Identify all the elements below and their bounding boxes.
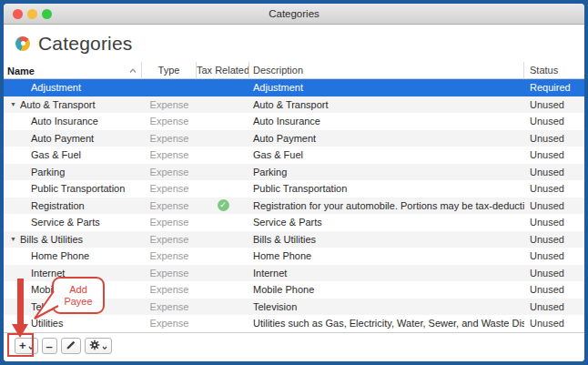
table-row[interactable]: ParkingExpenseParkingUnused xyxy=(4,164,584,181)
category-name-label: Parking xyxy=(31,167,65,177)
category-name: Public Transportation xyxy=(4,183,142,194)
page-header: Categories xyxy=(4,25,584,62)
column-header-description[interactable]: Description xyxy=(249,62,524,79)
page-title: Categories xyxy=(38,33,133,55)
chevron-down-icon xyxy=(102,346,107,350)
screenshot-frame: Categories Categories Name Type Tax Rela… xyxy=(0,0,588,365)
category-name: Home Phone xyxy=(4,250,142,261)
category-description: Auto Payment xyxy=(249,133,524,144)
category-name: Service & Parts xyxy=(4,217,142,228)
table-row[interactable]: UtilitiesExpenseUtilities such as Gas, E… xyxy=(4,315,584,332)
annotation-highlight-box xyxy=(7,333,34,357)
category-description: Utilities such as Gas, Electricity, Wate… xyxy=(249,318,524,329)
category-status: Unused xyxy=(524,183,584,194)
category-name-label: Bills & Utilities xyxy=(20,234,83,245)
toolbar-buttons: +– xyxy=(15,338,584,354)
minus-icon: – xyxy=(46,340,53,353)
category-status: Unused xyxy=(524,284,584,295)
category-name: Registration xyxy=(4,200,142,211)
sort-ascending-icon xyxy=(129,68,137,74)
category-type: Expense xyxy=(142,284,197,295)
annotation-arrow xyxy=(17,279,24,325)
category-name: Auto Payment xyxy=(4,133,142,144)
category-name-label: Auto Insurance xyxy=(31,116,98,127)
category-description: Service & Parts xyxy=(249,217,524,228)
category-type: Expense xyxy=(142,149,197,160)
table-row[interactable]: Home PhoneExpenseHome PhoneUnused xyxy=(4,248,584,265)
category-status: Unused xyxy=(524,268,584,279)
category-name: ▼Bills & Utilities xyxy=(4,234,142,245)
category-name-label: Gas & Fuel xyxy=(31,149,81,160)
category-description: Gas & Fuel xyxy=(249,149,524,160)
disclosure-triangle-icon[interactable]: ▼ xyxy=(10,236,16,242)
table-row[interactable]: Auto PaymentExpenseAuto PaymentUnused xyxy=(4,130,584,147)
category-type: Expense xyxy=(142,167,197,177)
category-type: Expense xyxy=(142,133,197,144)
category-type: Expense xyxy=(142,217,197,228)
category-description: Bills & Utilities xyxy=(249,234,524,245)
category-description: Public Transportation xyxy=(249,183,524,194)
category-name-label: Public Transportation xyxy=(31,183,125,194)
category-name: Parking xyxy=(4,167,142,177)
category-description: Home Phone xyxy=(249,250,524,261)
category-name: Gas & Fuel xyxy=(4,149,142,160)
category-name-label: Adjustment xyxy=(31,82,81,93)
category-status: Unused xyxy=(524,301,584,312)
category-type: Expense xyxy=(142,200,197,211)
category-status: Unused xyxy=(524,234,584,245)
disclosure-triangle-icon[interactable]: ▼ xyxy=(10,101,16,107)
category-name-label: Auto Payment xyxy=(31,133,94,144)
category-status: Unused xyxy=(524,149,584,160)
category-name-label: Home Phone xyxy=(31,250,89,261)
category-name-label: Registration xyxy=(31,200,85,211)
window-title: Categories xyxy=(4,4,584,25)
category-type: Expense xyxy=(142,183,197,194)
actions-button[interactable] xyxy=(85,338,112,354)
category-type: Expense xyxy=(142,234,197,245)
category-description: Mobile Phone xyxy=(249,284,524,295)
category-description: Parking xyxy=(249,167,524,177)
category-name: ▼Auto & Transport xyxy=(4,99,142,110)
category-description: Auto Insurance xyxy=(249,116,524,127)
category-type: Expense xyxy=(142,318,197,329)
category-status: Unused xyxy=(524,250,584,261)
tax-related-check-icon: ✓ xyxy=(218,199,229,211)
table-row[interactable]: Public TransportationExpensePublic Trans… xyxy=(4,180,584,198)
category-name-label: Service & Parts xyxy=(31,217,100,228)
category-description: Adjustment xyxy=(249,82,524,93)
category-type: Expense xyxy=(142,301,197,312)
category-description: Internet xyxy=(249,268,524,279)
title-bar[interactable]: Categories xyxy=(4,4,584,25)
category-status: Unused xyxy=(524,116,584,127)
pencil-icon xyxy=(66,340,76,353)
category-name: Auto Insurance xyxy=(4,116,142,127)
column-header-type[interactable]: Type xyxy=(142,62,197,79)
column-header-tax-related[interactable]: Tax Related xyxy=(197,62,249,79)
table-row[interactable]: Gas & FuelExpenseGas & FuelUnused xyxy=(4,147,584,164)
column-header-status[interactable]: Status xyxy=(524,62,584,79)
category-status: Unused xyxy=(524,167,584,177)
remove-button[interactable]: – xyxy=(42,338,57,354)
category-status: Unused xyxy=(524,318,584,329)
category-type: Expense xyxy=(142,250,197,261)
table-row[interactable]: ▼Auto & TransportExpenseAuto & Transport… xyxy=(4,96,584,114)
column-header-name[interactable]: Name xyxy=(4,62,142,79)
annotation-callout-tail xyxy=(33,289,60,322)
gear-icon xyxy=(89,340,100,353)
category-description: Registration for your automobile. Portio… xyxy=(249,200,524,211)
table-row[interactable]: Auto InsuranceExpenseAuto InsuranceUnuse… xyxy=(4,113,584,130)
category-description: Auto & Transport xyxy=(249,99,524,110)
category-type: Expense xyxy=(142,99,197,110)
category-name: Adjustment xyxy=(4,82,142,93)
annotation-callout-line2: Payee xyxy=(54,296,103,308)
category-status: Unused xyxy=(524,99,584,110)
table-row[interactable]: Service & PartsExpenseService & PartsUnu… xyxy=(4,214,584,231)
table-header: Name Type Tax Related Description Status xyxy=(4,62,584,79)
category-name-label: Auto & Transport xyxy=(20,99,96,110)
table-row[interactable]: ▼Bills & UtilitiesExpenseBills & Utiliti… xyxy=(4,231,584,248)
edit-button[interactable] xyxy=(61,338,81,354)
table-row[interactable]: RegistrationExpense✓Registration for you… xyxy=(4,198,584,215)
tax-related-cell: ✓ xyxy=(197,199,249,211)
category-description: Television xyxy=(249,301,524,312)
table-row[interactable]: AdjustmentAdjustmentRequired xyxy=(4,79,584,96)
